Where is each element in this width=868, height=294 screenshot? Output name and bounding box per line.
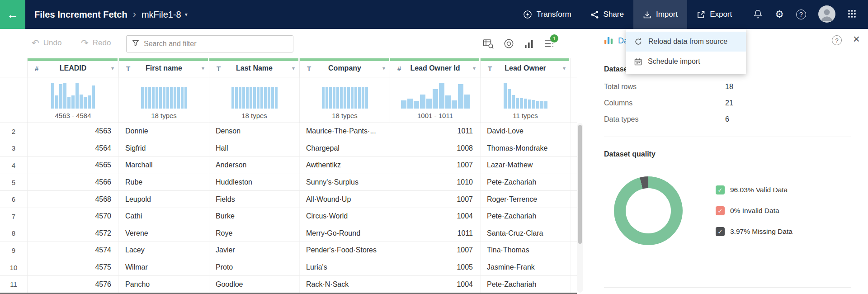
menu-item-schedule-import[interactable]: Schedule import	[626, 52, 746, 71]
cell-lead-owner-id[interactable]: 1004	[390, 208, 481, 225]
cell-lead-owner[interactable]: Thomas·Mondrake	[481, 140, 571, 157]
table-row[interactable]: 104575WilmarProtoLuria's1005Jasmine·Fran…	[0, 259, 577, 276]
undo-button[interactable]: ↶ Undo	[32, 38, 61, 47]
cell-company[interactable]: Rack·N·Sack	[300, 276, 390, 293]
column-header-leadid[interactable]: #LEADID▾	[28, 58, 119, 77]
column-menu-chevron-icon[interactable]: ▾	[202, 65, 204, 71]
scrollbar-thumb[interactable]	[578, 125, 582, 244]
column-stats-button[interactable]	[524, 39, 534, 50]
panel-close-button[interactable]: ×	[853, 33, 860, 45]
cell-first-name[interactable]: Wilmar	[119, 259, 209, 276]
cell-last-name[interactable]: Proto	[209, 259, 300, 276]
grid-vertical-scrollbar[interactable]	[577, 123, 583, 293]
column-histogram-lead-owner[interactable]: 11 types	[481, 77, 571, 123]
nav-transform-button[interactable]: Transform	[514, 0, 581, 29]
column-histogram-last-name[interactable]: 18 types	[209, 77, 300, 123]
cell-leadid[interactable]: 4563	[28, 123, 119, 140]
table-row[interactable]: 44565MarchallAndersonAwthentikz1007Lazar…	[0, 157, 577, 174]
cell-last-name[interactable]: Hall	[209, 140, 300, 157]
redo-button[interactable]: ↷ Redo	[81, 38, 111, 47]
cell-company[interactable]: Awthentikz	[300, 157, 390, 174]
table-row[interactable]: 84572VereneRoyeMerry-Go-Round1011Santa·C…	[0, 225, 577, 242]
cell-leadid[interactable]: 4564	[28, 140, 119, 157]
cell-company[interactable]: Maurice·The·Pants·...	[300, 123, 390, 140]
cell-company[interactable]: Sunny's·Surplus	[300, 174, 390, 191]
cell-first-name[interactable]: Leupold	[119, 191, 209, 208]
cell-first-name[interactable]: Sigfrid	[119, 140, 209, 157]
cell-company[interactable]: Merry-Go-Round	[300, 225, 390, 242]
cell-leadid[interactable]: 4576	[28, 276, 119, 293]
cell-lead-owner[interactable]: David·Love	[481, 123, 571, 140]
cell-first-name[interactable]: Pancho	[119, 276, 209, 293]
cell-lead-owner-id[interactable]: 1010	[390, 174, 481, 191]
legend-checkbox-icon[interactable]: ✓	[716, 227, 725, 236]
settings-button[interactable]: ⚙	[775, 9, 784, 19]
cell-first-name[interactable]: Lacey	[119, 242, 209, 259]
table-row[interactable]: 74570CathiBurkeCircus·World1004Pete·Zach…	[0, 208, 577, 225]
data-quality-button[interactable]	[504, 38, 514, 50]
column-histogram-leadid[interactable]: 4563 - 4584	[28, 77, 119, 123]
cell-first-name[interactable]: Verene	[119, 225, 209, 242]
cell-lead-owner-id[interactable]: 1004	[390, 276, 481, 293]
cell-lead-owner[interactable]: Tina·Thomas	[481, 242, 571, 259]
cell-lead-owner-id[interactable]: 1011	[390, 123, 481, 140]
column-histogram-company[interactable]: 18 types	[300, 77, 390, 123]
cell-leadid[interactable]: 4570	[28, 208, 119, 225]
cell-first-name[interactable]: Marchall	[119, 157, 209, 174]
column-menu-chevron-icon[interactable]: ▾	[111, 65, 114, 71]
cell-last-name[interactable]: Goodloe	[209, 276, 300, 293]
cell-leadid[interactable]: 4565	[28, 157, 119, 174]
apps-grid-button[interactable]	[848, 9, 856, 19]
cell-lead-owner-id[interactable]: 1007	[390, 242, 481, 259]
search-filter-box[interactable]	[126, 35, 293, 52]
cell-company[interactable]: Pender's·Food·Stores	[300, 242, 390, 259]
nav-share-button[interactable]: Share	[581, 0, 633, 29]
cell-first-name[interactable]: Cathi	[119, 208, 209, 225]
nav-export-button[interactable]: Export	[687, 0, 741, 29]
column-header-last-name[interactable]: TLast Name▾	[209, 58, 300, 77]
cell-lead-owner-id[interactable]: 1007	[390, 191, 481, 208]
cell-last-name[interactable]: Fields	[209, 191, 300, 208]
cell-company[interactable]: Circus·World	[300, 208, 390, 225]
cell-first-name[interactable]: Donnie	[119, 123, 209, 140]
user-avatar[interactable]	[818, 5, 835, 24]
column-menu-chevron-icon[interactable]: ▾	[563, 65, 566, 71]
cell-last-name[interactable]: Burke	[209, 208, 300, 225]
cell-last-name[interactable]: Anderson	[209, 157, 300, 174]
cell-leadid[interactable]: 4572	[28, 225, 119, 242]
column-search-button[interactable]	[483, 39, 494, 50]
dataset-switcher[interactable]: mkFile1-8 ▾	[142, 9, 188, 20]
cell-lead-owner[interactable]: Pete·Zachariah	[481, 276, 571, 293]
column-header-company[interactable]: TCompany▾	[300, 58, 390, 77]
cell-first-name[interactable]: Rube	[119, 174, 209, 191]
menu-item-reload-data-from-source[interactable]: Reload data from source	[626, 32, 746, 52]
cell-lead-owner-id[interactable]: 1007	[390, 157, 481, 174]
panel-help-button[interactable]: ?	[832, 35, 842, 45]
cell-company[interactable]: Luria's	[300, 259, 390, 276]
nav-import-button[interactable]: Import	[633, 0, 687, 29]
cell-lead-owner[interactable]: Roger·Terrence	[481, 191, 571, 208]
cell-lead-owner[interactable]: Santa·Cruz·Clara	[481, 225, 571, 242]
cell-lead-owner-id[interactable]: 1011	[390, 225, 481, 242]
cell-leadid[interactable]: 4568	[28, 191, 119, 208]
cell-last-name[interactable]: Denson	[209, 123, 300, 140]
table-row[interactable]: 24563DonnieDensonMaurice·The·Pants·...10…	[0, 123, 577, 140]
help-button[interactable]: ?	[796, 9, 806, 19]
column-header-lead-owner[interactable]: TLead Owner▾	[481, 58, 571, 77]
applied-steps-button[interactable]: 1	[544, 39, 554, 50]
search-input[interactable]	[144, 40, 288, 48]
column-menu-chevron-icon[interactable]: ▾	[382, 65, 385, 71]
column-histogram-first-name[interactable]: 18 types	[119, 77, 209, 123]
column-histogram-lead-owner-id[interactable]: 1001 - 1011	[390, 77, 481, 123]
table-row[interactable]: 114576PanchoGoodloeRack·N·Sack1004Pete·Z…	[0, 276, 577, 293]
cell-lead-owner-id[interactable]: 1008	[390, 140, 481, 157]
cell-lead-owner[interactable]: Pete·Zachariah	[481, 208, 571, 225]
table-row[interactable]: 54566RubeHuddlestonSunny's·Surplus1010Pe…	[0, 174, 577, 191]
cell-lead-owner-id[interactable]: 1005	[390, 259, 481, 276]
cell-last-name[interactable]: Javier	[209, 242, 300, 259]
cell-company[interactable]: Chargepal	[300, 140, 390, 157]
table-row[interactable]: 34564SigfridHallChargepal1008Thomas·Mond…	[0, 140, 577, 157]
cell-lead-owner[interactable]: Jasmine·Frank	[481, 259, 571, 276]
back-button[interactable]: ←	[0, 0, 25, 29]
column-header-first-name[interactable]: TFirst name▾	[119, 58, 209, 77]
